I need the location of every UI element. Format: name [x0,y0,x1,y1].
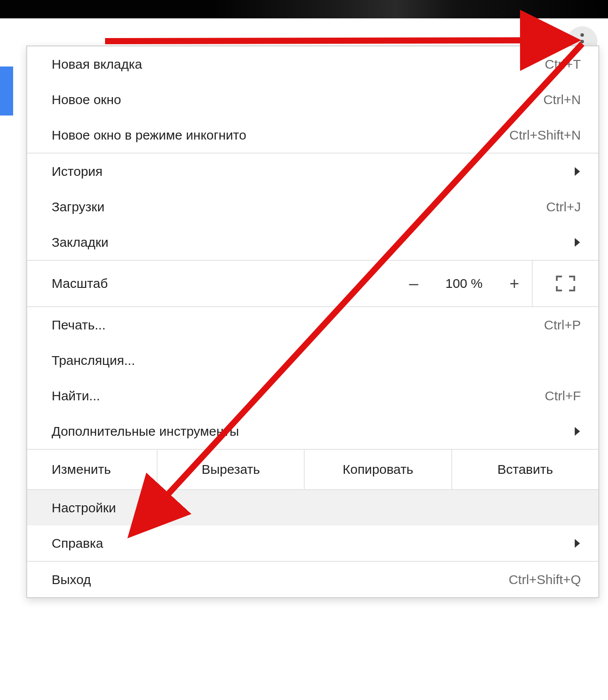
svg-marker-5 [575,427,580,436]
svg-point-0 [580,33,584,37]
edit-copy-button[interactable]: Копировать [304,450,451,489]
menu-item-find[interactable]: Найти... Ctrl+F [27,378,598,413]
main-menu: Новая вкладка Ctrl+T Новое окно Ctrl+N Н… [26,46,599,598]
menu-item-label: Новое окно [52,92,121,107]
menu-item-label: Изменить [27,450,157,489]
menu-item-label: Новое окно в режиме инкогнито [52,128,246,143]
edit-paste-button[interactable]: Вставить [451,450,598,489]
menu-item-label: Закладки [52,235,109,250]
menu-item-label: Найти... [52,388,100,403]
menu-item-help[interactable]: Справка [27,525,598,561]
menu-item-label: Масштаб [52,276,396,291]
menu-item-shortcut: Ctrl+J [546,200,581,214]
fullscreen-icon [556,276,575,291]
menu-item-more-tools[interactable]: Дополнительные инструменты [27,413,598,449]
menu-item-zoom: Масштаб – 100 % + [27,261,598,306]
menu-item-bookmarks[interactable]: Закладки [27,224,598,260]
chevron-right-icon [574,237,581,248]
menu-item-exit[interactable]: Выход Ctrl+Shift+Q [27,562,598,597]
menu-item-label: Загрузки [52,200,105,214]
zoom-in-button[interactable]: + [497,261,532,306]
menu-item-shortcut: Ctrl+P [544,318,581,332]
menu-item-label: Настройки [52,500,116,515]
zoom-controls: – 100 % + [396,261,598,306]
menu-item-new-tab[interactable]: Новая вкладка Ctrl+T [27,46,598,82]
menu-item-shortcut: Ctrl+Shift+Q [509,572,581,587]
menu-item-settings[interactable]: Настройки [27,490,598,525]
menu-item-shortcut: Ctrl+T [545,57,581,72]
fullscreen-button[interactable] [532,261,598,306]
menu-item-shortcut: Ctrl+F [545,388,581,403]
menu-item-label: Справка [52,536,103,551]
menu-item-new-window[interactable]: Новое окно Ctrl+N [27,82,598,117]
svg-marker-3 [575,167,580,176]
menu-item-label: Трансляция... [52,353,135,368]
menu-item-shortcut: Ctrl+N [543,92,581,107]
chevron-right-icon [574,166,581,177]
chevron-right-icon [574,426,581,437]
svg-marker-4 [575,238,580,247]
menu-item-label: История [52,164,102,179]
chevron-right-icon [574,538,581,549]
menu-item-downloads[interactable]: Загрузки Ctrl+J [27,189,598,224]
menu-item-label: Выход [52,572,91,587]
menu-item-label: Новая вкладка [52,57,142,72]
menu-item-edit: Изменить Вырезать Копировать Вставить [27,450,598,489]
menu-item-print[interactable]: Печать... Ctrl+P [27,307,598,343]
window-titlebar [0,0,608,18]
menu-item-cast[interactable]: Трансляция... [27,343,598,378]
menu-item-label: Печать... [52,318,105,332]
page-accent [0,66,13,116]
zoom-value: 100 % [431,261,497,306]
svg-marker-6 [575,539,580,548]
menu-item-shortcut: Ctrl+Shift+N [510,128,581,143]
svg-point-1 [580,40,584,43]
zoom-out-button[interactable]: – [396,261,431,306]
menu-item-label: Дополнительные инструменты [52,424,239,439]
menu-item-history[interactable]: История [27,154,598,189]
edit-cut-button[interactable]: Вырезать [157,450,304,489]
menu-item-new-incognito[interactable]: Новое окно в режиме инкогнито Ctrl+Shift… [27,117,598,153]
